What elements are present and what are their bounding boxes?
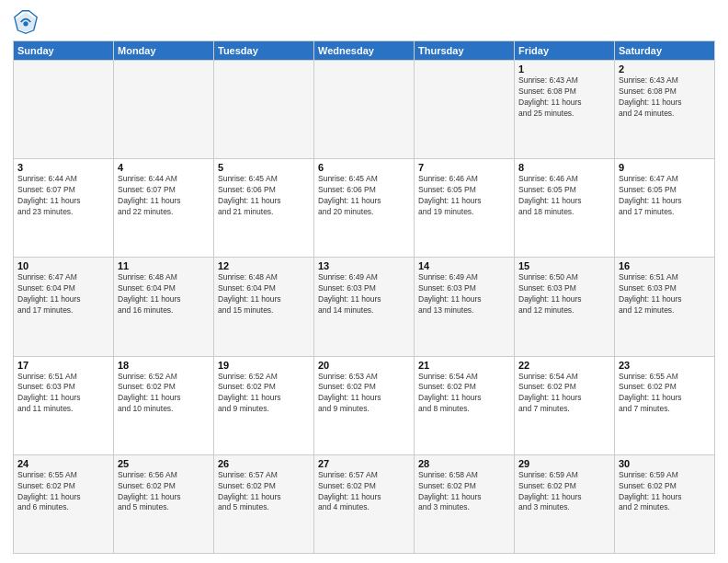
calendar-day-header: Tuesday (214, 41, 314, 61)
calendar-day-cell: 21Sunrise: 6:54 AM Sunset: 6:02 PM Dayli… (415, 356, 515, 454)
calendar-week-row: 3Sunrise: 6:44 AM Sunset: 6:07 PM Daylig… (14, 159, 715, 258)
day-detail: Sunrise: 6:49 AM Sunset: 6:03 PM Dayligh… (418, 272, 510, 316)
svg-point-2 (23, 21, 28, 26)
day-number: 25 (118, 458, 210, 469)
calendar-day-cell: 13Sunrise: 6:49 AM Sunset: 6:03 PM Dayli… (314, 258, 415, 356)
logo-icon (13, 9, 39, 35)
day-number: 19 (218, 360, 310, 371)
day-number: 29 (518, 458, 610, 469)
day-detail: Sunrise: 6:59 AM Sunset: 6:02 PM Dayligh… (518, 470, 610, 514)
calendar-day-cell: 19Sunrise: 6:52 AM Sunset: 6:02 PM Dayli… (214, 356, 314, 454)
calendar-day-cell: 20Sunrise: 6:53 AM Sunset: 6:02 PM Dayli… (314, 356, 415, 454)
day-number: 8 (518, 162, 610, 173)
day-detail: Sunrise: 6:46 AM Sunset: 6:05 PM Dayligh… (518, 174, 610, 218)
day-number: 24 (17, 458, 109, 469)
calendar-day-cell (214, 61, 314, 159)
day-number: 26 (218, 458, 310, 469)
calendar-day-cell: 10Sunrise: 6:47 AM Sunset: 6:04 PM Dayli… (14, 258, 114, 356)
calendar-day-header: Sunday (14, 41, 114, 61)
calendar-day-cell: 2Sunrise: 6:43 AM Sunset: 6:08 PM Daylig… (615, 61, 715, 159)
calendar-day-cell: 4Sunrise: 6:44 AM Sunset: 6:07 PM Daylig… (114, 159, 214, 258)
calendar-day-cell: 15Sunrise: 6:50 AM Sunset: 6:03 PM Dayli… (515, 258, 615, 356)
day-number: 13 (318, 260, 410, 271)
calendar-day-cell: 22Sunrise: 6:54 AM Sunset: 6:02 PM Dayli… (515, 356, 615, 454)
day-detail: Sunrise: 6:52 AM Sunset: 6:02 PM Dayligh… (118, 372, 210, 416)
day-number: 10 (17, 260, 109, 271)
calendar-day-cell (314, 61, 415, 159)
calendar-day-cell: 8Sunrise: 6:46 AM Sunset: 6:05 PM Daylig… (515, 159, 615, 258)
header (13, 9, 715, 35)
calendar-header-row: SundayMondayTuesdayWednesdayThursdayFrid… (14, 41, 715, 61)
calendar-day-cell: 12Sunrise: 6:48 AM Sunset: 6:04 PM Dayli… (214, 258, 314, 356)
day-detail: Sunrise: 6:55 AM Sunset: 6:02 PM Dayligh… (17, 470, 109, 514)
day-number: 22 (518, 360, 610, 371)
day-detail: Sunrise: 6:47 AM Sunset: 6:04 PM Dayligh… (17, 272, 109, 316)
calendar-day-cell: 5Sunrise: 6:45 AM Sunset: 6:06 PM Daylig… (214, 159, 314, 258)
calendar-day-cell (14, 61, 114, 159)
day-detail: Sunrise: 6:50 AM Sunset: 6:03 PM Dayligh… (518, 272, 610, 316)
day-number: 30 (619, 458, 711, 469)
calendar-week-row: 17Sunrise: 6:51 AM Sunset: 6:03 PM Dayli… (14, 356, 715, 454)
day-number: 14 (418, 260, 510, 271)
calendar-day-cell: 24Sunrise: 6:55 AM Sunset: 6:02 PM Dayli… (14, 454, 114, 553)
logo (13, 9, 42, 35)
calendar-day-cell: 14Sunrise: 6:49 AM Sunset: 6:03 PM Dayli… (415, 258, 515, 356)
day-number: 4 (118, 162, 210, 173)
day-detail: Sunrise: 6:47 AM Sunset: 6:05 PM Dayligh… (619, 174, 711, 218)
day-detail: Sunrise: 6:58 AM Sunset: 6:02 PM Dayligh… (418, 470, 510, 514)
day-detail: Sunrise: 6:57 AM Sunset: 6:02 PM Dayligh… (218, 470, 310, 514)
day-number: 9 (619, 162, 711, 173)
calendar-day-cell: 17Sunrise: 6:51 AM Sunset: 6:03 PM Dayli… (14, 356, 114, 454)
calendar-day-cell: 1Sunrise: 6:43 AM Sunset: 6:08 PM Daylig… (515, 61, 615, 159)
calendar-day-header: Wednesday (314, 41, 415, 61)
day-detail: Sunrise: 6:54 AM Sunset: 6:02 PM Dayligh… (418, 372, 510, 416)
day-detail: Sunrise: 6:45 AM Sunset: 6:06 PM Dayligh… (218, 174, 310, 218)
calendar-day-cell: 26Sunrise: 6:57 AM Sunset: 6:02 PM Dayli… (214, 454, 314, 553)
day-detail: Sunrise: 6:51 AM Sunset: 6:03 PM Dayligh… (619, 272, 711, 316)
day-number: 5 (218, 162, 310, 173)
day-detail: Sunrise: 6:57 AM Sunset: 6:02 PM Dayligh… (318, 470, 410, 514)
day-detail: Sunrise: 6:51 AM Sunset: 6:03 PM Dayligh… (17, 372, 109, 416)
day-number: 21 (418, 360, 510, 371)
day-number: 28 (418, 458, 510, 469)
day-number: 18 (118, 360, 210, 371)
calendar-day-header: Monday (114, 41, 214, 61)
calendar-day-header: Saturday (615, 41, 715, 61)
calendar-day-cell: 18Sunrise: 6:52 AM Sunset: 6:02 PM Dayli… (114, 356, 214, 454)
calendar-week-row: 1Sunrise: 6:43 AM Sunset: 6:08 PM Daylig… (14, 61, 715, 159)
calendar-day-cell (114, 61, 214, 159)
calendar-day-cell: 30Sunrise: 6:59 AM Sunset: 6:02 PM Dayli… (615, 454, 715, 553)
calendar-week-row: 10Sunrise: 6:47 AM Sunset: 6:04 PM Dayli… (14, 258, 715, 356)
day-number: 7 (418, 162, 510, 173)
day-detail: Sunrise: 6:52 AM Sunset: 6:02 PM Dayligh… (218, 372, 310, 416)
calendar-day-cell: 23Sunrise: 6:55 AM Sunset: 6:02 PM Dayli… (615, 356, 715, 454)
day-detail: Sunrise: 6:48 AM Sunset: 6:04 PM Dayligh… (118, 272, 210, 316)
calendar-day-cell (415, 61, 515, 159)
day-number: 16 (619, 260, 711, 271)
day-detail: Sunrise: 6:56 AM Sunset: 6:02 PM Dayligh… (118, 470, 210, 514)
calendar-day-cell: 25Sunrise: 6:56 AM Sunset: 6:02 PM Dayli… (114, 454, 214, 553)
day-detail: Sunrise: 6:55 AM Sunset: 6:02 PM Dayligh… (619, 372, 711, 416)
day-number: 17 (17, 360, 109, 371)
day-detail: Sunrise: 6:54 AM Sunset: 6:02 PM Dayligh… (518, 372, 610, 416)
day-detail: Sunrise: 6:49 AM Sunset: 6:03 PM Dayligh… (318, 272, 410, 316)
day-number: 20 (318, 360, 410, 371)
day-detail: Sunrise: 6:48 AM Sunset: 6:04 PM Dayligh… (218, 272, 310, 316)
day-number: 1 (518, 63, 610, 75)
day-number: 27 (318, 458, 410, 469)
day-number: 12 (218, 260, 310, 271)
calendar-table: SundayMondayTuesdayWednesdayThursdayFrid… (13, 40, 715, 554)
day-detail: Sunrise: 6:53 AM Sunset: 6:02 PM Dayligh… (318, 372, 410, 416)
day-number: 23 (619, 360, 711, 371)
day-detail: Sunrise: 6:59 AM Sunset: 6:02 PM Dayligh… (619, 470, 711, 514)
calendar-day-cell: 28Sunrise: 6:58 AM Sunset: 6:02 PM Dayli… (415, 454, 515, 553)
page: SundayMondayTuesdayWednesdayThursdayFrid… (0, 0, 728, 563)
day-detail: Sunrise: 6:43 AM Sunset: 6:08 PM Dayligh… (619, 75, 711, 120)
calendar-day-header: Thursday (415, 41, 515, 61)
day-detail: Sunrise: 6:45 AM Sunset: 6:06 PM Dayligh… (318, 174, 410, 218)
day-number: 2 (619, 63, 711, 75)
calendar-week-row: 24Sunrise: 6:55 AM Sunset: 6:02 PM Dayli… (14, 454, 715, 553)
calendar-day-cell: 6Sunrise: 6:45 AM Sunset: 6:06 PM Daylig… (314, 159, 415, 258)
calendar-day-cell: 27Sunrise: 6:57 AM Sunset: 6:02 PM Dayli… (314, 454, 415, 553)
day-number: 15 (518, 260, 610, 271)
